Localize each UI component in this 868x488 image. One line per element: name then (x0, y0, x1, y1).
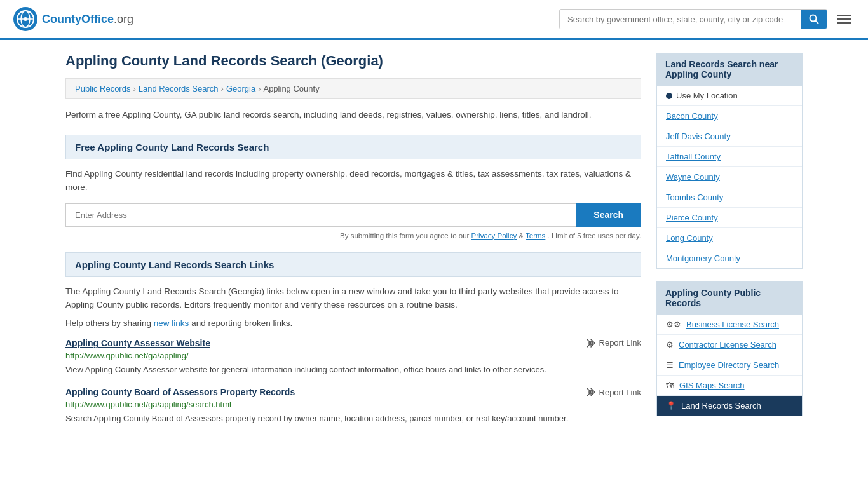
pr-item: ⚙ Contractor License Search (657, 335, 802, 355)
list-item: Toombs County (657, 187, 802, 208)
page-title: Appling County Land Records Search (Geor… (65, 53, 641, 69)
header-search-input[interactable] (560, 10, 801, 29)
hamburger-line (837, 15, 851, 16)
breadcrumb: Public Records › Land Records Search › G… (65, 78, 641, 99)
montgomery-county-link[interactable]: Montgomery County (666, 254, 740, 263)
pin-icon: 📍 (666, 401, 676, 410)
land-records-link[interactable]: Land Records Search (681, 401, 761, 410)
long-county-link[interactable]: Long County (666, 233, 713, 243)
link-url: http://www.qpublic.net/ga/appling/ (65, 351, 641, 360)
sharing-text: Help others by sharing new links and rep… (65, 318, 641, 328)
pierce-county-link[interactable]: Pierce County (666, 213, 718, 222)
logo-text: CountyOffice.org (42, 13, 133, 26)
bacon-county-link[interactable]: Bacon County (666, 111, 718, 121)
public-records-list: ⚙⚙ Business License Search ⚙ Contractor … (656, 315, 803, 416)
breadcrumb-georgia[interactable]: Georgia (226, 84, 255, 93)
links-section: Appling County Land Records Search Links… (65, 252, 641, 425)
gear-icon: ⚙⚙ (666, 320, 681, 329)
breadcrumb-current: Appling County (263, 84, 319, 93)
free-search-section: Free Appling County Land Records Search … (65, 135, 641, 240)
report-link-icon (586, 387, 596, 397)
hamburger-menu-button[interactable] (834, 11, 855, 27)
map-icon: 🗺 (666, 381, 674, 390)
logo-icon (13, 6, 38, 32)
list-item: Jeff Davis County (657, 126, 802, 147)
link-description: Search Appling County Board of Assessors… (65, 412, 641, 425)
pr-item: ⚙⚙ Business License Search (657, 315, 802, 335)
privacy-policy-link[interactable]: Privacy Policy (471, 232, 517, 240)
report-link-icon (586, 338, 596, 348)
nearby-counties-box: Land Records Search near Appling County … (656, 53, 803, 269)
employee-directory-link[interactable]: Employee Directory Search (679, 360, 779, 370)
search-form-description: Find Appling County residential land rec… (65, 167, 641, 194)
terms-link[interactable]: Terms (526, 232, 545, 240)
header-search-button[interactable] (801, 10, 827, 29)
pr-item: ☰ Employee Directory Search (657, 355, 802, 376)
contractor-license-link[interactable]: Contractor License Search (679, 340, 776, 349)
header-search-bar (559, 9, 827, 29)
pr-item-active: 📍 Land Records Search (657, 396, 802, 416)
list-item: Wayne County (657, 167, 802, 187)
list-item: Long County (657, 228, 802, 248)
link-title[interactable]: Appling County Board of Assessors Proper… (65, 387, 295, 397)
breadcrumb-land-records-search[interactable]: Land Records Search (139, 84, 219, 93)
jeff-davis-county-link[interactable]: Jeff Davis County (666, 132, 731, 141)
hamburger-line (837, 18, 851, 20)
list-icon: ☰ (666, 360, 674, 370)
hamburger-line (837, 22, 851, 24)
gis-maps-link[interactable]: GIS Maps Search (679, 381, 745, 390)
public-records-header: Appling County Public Records (656, 281, 803, 315)
link-url: http://www.qpublic.net/ga/appling/search… (65, 400, 641, 409)
link-title[interactable]: Appling County Assessor Website (65, 338, 210, 348)
toombs-county-link[interactable]: Toombs County (666, 193, 723, 202)
list-item: Montgomery County (657, 248, 802, 268)
link-item-header: Appling County Board of Assessors Proper… (65, 387, 641, 397)
search-submit-button[interactable]: Search (576, 203, 641, 227)
logo[interactable]: CountyOffice.org (13, 6, 133, 32)
link-item-header: Appling County Assessor Website Report L… (65, 338, 641, 348)
nearby-counties-header: Land Records Search near Appling County (656, 53, 803, 86)
link-item: Appling County Board of Assessors Proper… (65, 387, 641, 425)
new-links-link[interactable]: new links (154, 318, 189, 328)
links-description: The Appling County Land Records Search (… (65, 285, 641, 312)
report-link-button[interactable]: Report Link (586, 387, 641, 397)
svg-point-4 (24, 17, 27, 21)
location-dot-icon (666, 93, 672, 99)
use-my-location[interactable]: Use My Location (657, 86, 802, 106)
list-item: Bacon County (657, 106, 802, 126)
links-section-header: Appling County Land Records Search Links (65, 252, 641, 277)
pr-item: 🗺 GIS Maps Search (657, 376, 802, 396)
link-description: View Appling County Assessor website for… (65, 363, 641, 376)
report-link-button[interactable]: Report Link (586, 338, 641, 348)
free-search-header: Free Appling County Land Records Search (65, 135, 641, 159)
gear-icon: ⚙ (666, 340, 674, 349)
sidebar: Land Records Search near Appling County … (656, 53, 803, 438)
business-license-link[interactable]: Business License Search (686, 320, 779, 329)
address-search-row: Search (65, 203, 641, 227)
tattnall-county-link[interactable]: Tattnall County (666, 152, 721, 161)
form-disclaimer: By submitting this form you agree to our… (65, 232, 641, 240)
breadcrumb-public-records[interactable]: Public Records (75, 84, 130, 93)
search-icon (809, 14, 819, 24)
svg-line-6 (816, 21, 818, 24)
link-item: Appling County Assessor Website Report L… (65, 338, 641, 376)
page-description: Perform a free Appling County, GA public… (65, 108, 641, 122)
list-item: Tattnall County (657, 147, 802, 167)
list-item: Pierce County (657, 208, 802, 228)
wayne-county-link[interactable]: Wayne County (666, 172, 720, 182)
address-input[interactable] (65, 203, 576, 227)
nearby-counties-list: Use My Location Bacon County Jeff Davis … (656, 86, 803, 269)
public-records-box: Appling County Public Records ⚙⚙ Busines… (656, 281, 803, 416)
